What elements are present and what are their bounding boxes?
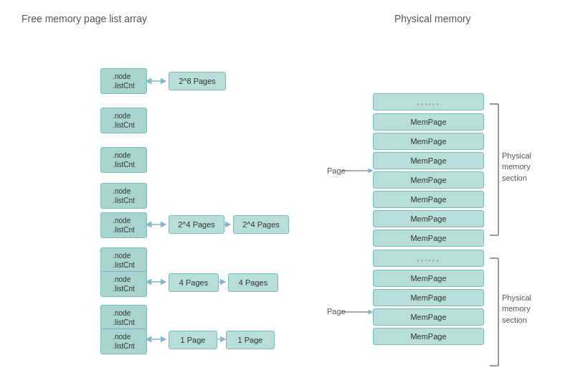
phys-dotted-2: ......	[373, 250, 484, 267]
phys-section-label-2: Physical memory section	[502, 293, 531, 326]
fl-box-6: .node.listCnt	[100, 147, 147, 173]
page-2-2: 4 Pages	[228, 273, 278, 292]
mem-page: MemPage	[373, 308, 484, 326]
fl-box-4: .node.listCnt	[100, 212, 147, 238]
page-2-1: 4 Pages	[169, 273, 219, 292]
fl-box-1: .node.listCnt	[100, 305, 147, 331]
fl-box-5: .node.listCnt	[100, 183, 147, 209]
arrows-svg	[0, 0, 588, 383]
fl-box-3: .node.listCnt	[100, 247, 147, 273]
mem-page: MemPage	[373, 230, 484, 247]
fl-box-8: .node.listCnt	[100, 68, 147, 94]
left-title: Free memory page list array	[22, 13, 147, 24]
fl-box-2: .node.listCnt	[100, 271, 147, 297]
mem-page: MemPage	[373, 191, 484, 208]
phys-section-label-1: Physical memory section	[502, 151, 531, 184]
mem-page: MemPage	[373, 152, 484, 169]
page-8-1: 2^8 Pages	[169, 72, 226, 90]
fl-box-7: .node.listCnt	[100, 108, 147, 133]
mem-page: MemPage	[373, 133, 484, 150]
right-title: Physical memory	[394, 13, 471, 24]
mem-page: MemPage	[373, 328, 484, 345]
fl-box-0: .node.listCnt	[100, 328, 147, 354]
mem-page: MemPage	[373, 270, 484, 287]
phys-dotted-1: ......	[373, 93, 484, 110]
mem-page: MemPage	[373, 289, 484, 306]
page-4-1: 2^4 Pages	[169, 215, 224, 234]
page-label-1: Page	[327, 166, 346, 175]
page-4-2: 2^4 Pages	[233, 215, 289, 234]
page-label-2: Page	[327, 307, 346, 316]
page-0-2: 1 Page	[226, 331, 275, 349]
diagram: Free memory page list array Physical mem…	[0, 0, 588, 383]
mem-page: MemPage	[373, 210, 484, 227]
page-0-1: 1 Page	[169, 331, 217, 349]
mem-page: MemPage	[373, 171, 484, 189]
mem-page: MemPage	[373, 113, 484, 131]
